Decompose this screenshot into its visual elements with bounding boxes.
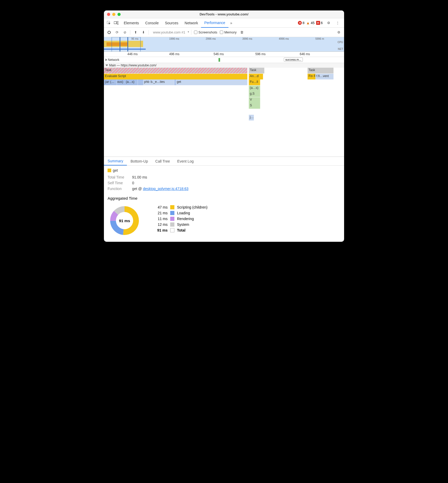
- flame-frame[interactable]: Task: [249, 68, 264, 73]
- legend-row: 47 msScripting (children): [155, 205, 208, 209]
- network-item[interactable]: success.m...: [284, 58, 303, 62]
- svg-rect-9: [127, 37, 128, 51]
- kebab-icon[interactable]: ⋮: [335, 20, 340, 26]
- flame-frame[interactable]: V: [249, 97, 260, 103]
- settings-icon[interactable]: ⚙: [336, 30, 341, 35]
- legend-row: 91 msTotal: [155, 228, 208, 232]
- collapse-icon[interactable]: [105, 65, 108, 66]
- network-track[interactable]: Network success.m...: [104, 57, 344, 63]
- flame-frame[interactable]: Task: [308, 68, 334, 73]
- more-tabs-icon[interactable]: »: [228, 20, 234, 26]
- svg-rect-6: [104, 49, 146, 50]
- svg-rect-2: [117, 21, 119, 24]
- total-time-value: 91.00 ms: [132, 175, 147, 179]
- legend-row: 11 msRendering: [155, 217, 208, 221]
- upload-icon[interactable]: ⬆: [133, 30, 138, 35]
- inspect-icon[interactable]: [106, 20, 112, 26]
- network-label: Network: [108, 58, 119, 62]
- minimize-icon[interactable]: [112, 13, 115, 16]
- detail-tab-summary[interactable]: Summary: [104, 157, 127, 165]
- tab-network[interactable]: Network: [181, 18, 201, 27]
- window-controls: [104, 13, 121, 16]
- download-icon[interactable]: ⬇: [141, 30, 146, 35]
- gear-icon[interactable]: ⚙: [326, 20, 332, 26]
- color-swatch: [108, 169, 111, 172]
- legend-row: 21 msLoading: [155, 211, 208, 215]
- flame-frame[interactable]: (a…s): [249, 85, 260, 91]
- svg-rect-8: [120, 37, 120, 51]
- maximize-icon[interactable]: [117, 13, 121, 16]
- flame-frame[interactable]: Evaluate Script: [104, 74, 247, 79]
- legend-row: 12 msSystem: [155, 222, 208, 227]
- flame-frame[interactable]: Task: [104, 68, 247, 73]
- flame-frame[interactable]: (…: [109, 79, 117, 85]
- svg-point-3: [108, 31, 110, 34]
- memory-checkbox[interactable]: Memory: [220, 30, 237, 34]
- warning-badge[interactable]: ▲45: [306, 21, 314, 25]
- flame-frame[interactable]: Fu…ll: [249, 79, 260, 85]
- flame-frame[interactable]: f.fi…vent: [315, 74, 334, 79]
- devtools-window: DevTools - www.youtube.com/ ElementsCons…: [104, 10, 344, 242]
- tab-console[interactable]: Console: [142, 18, 162, 27]
- flame-frame[interactable]: S: [249, 103, 260, 109]
- perf-toolbar: ⟳ ⊘ ⬆ ⬇ www.youtube.com #1 Screenshots M…: [104, 28, 344, 37]
- record-icon[interactable]: [107, 30, 112, 35]
- close-icon[interactable]: [107, 13, 110, 16]
- tab-sources[interactable]: Sources: [162, 18, 181, 27]
- function-name: get: [113, 168, 118, 172]
- expand-icon[interactable]: [105, 59, 107, 61]
- details-tabs: SummaryBottom-UpCall TreeEvent Log: [104, 157, 344, 166]
- tab-performance[interactable]: Performance: [201, 18, 228, 28]
- time-ruler[interactable]: 446 ms 496 ms 546 ms 596 ms 646 ms: [104, 52, 344, 57]
- donut-chart: 91 ms: [108, 204, 142, 238]
- titlebar: DevTools - www.youtube.com/: [104, 10, 344, 18]
- detail-tab-bottom-up[interactable]: Bottom-Up: [127, 157, 152, 165]
- gc-icon[interactable]: 🗑: [239, 30, 244, 35]
- blocked-badge[interactable]: ✕6: [316, 21, 323, 25]
- detail-tab-call-tree[interactable]: Call Tree: [152, 157, 174, 165]
- error-badge[interactable]: ✕8: [298, 21, 304, 25]
- flame-chart[interactable]: TaskEvaluate Script(anonymous)(…(a…s)(an…: [104, 68, 344, 157]
- detail-tab-event-log[interactable]: Event Log: [174, 157, 197, 165]
- flame-frame[interactable]: g.S: [249, 91, 260, 97]
- summary-section: get Total Time91.00 ms Self Time0 Functi…: [104, 166, 344, 195]
- flame-frame[interactable]: j…: [249, 115, 254, 120]
- panel-tabs: ElementsConsoleSourcesNetworkPerformance…: [104, 18, 344, 28]
- main-thread-header[interactable]: Main — https://www.youtube.com/: [104, 63, 344, 68]
- svg-rect-5: [107, 42, 127, 46]
- device-icon[interactable]: [113, 20, 119, 26]
- overview-minimap[interactable]: 96 ms 1996 ms 2996 ms 3996 ms 4996 ms 59…: [104, 37, 344, 52]
- flame-frame[interactable]: get: [176, 79, 247, 85]
- details-pane: SummaryBottom-UpCall TreeEvent Log get T…: [104, 157, 344, 242]
- tab-elements[interactable]: Elements: [121, 18, 142, 27]
- flame-frame[interactable]: b._e…ties: [150, 79, 174, 85]
- flame-frame[interactable]: (a…s): [125, 79, 138, 85]
- aggregated-section: Aggregated Time 91 ms 47 msScripting (ch…: [104, 195, 344, 242]
- legend: 47 msScripting (children)21 msLoading11 …: [155, 204, 208, 234]
- svg-rect-1: [114, 22, 117, 24]
- self-time-value: 0: [132, 181, 134, 185]
- target-select[interactable]: www.youtube.com #1: [151, 30, 191, 35]
- reload-icon[interactable]: ⟳: [114, 30, 120, 35]
- clear-icon[interactable]: ⊘: [122, 30, 127, 35]
- screenshots-checkbox[interactable]: Screenshots: [194, 30, 217, 34]
- window-title: DevTools - www.youtube.com/: [104, 12, 344, 16]
- flame-frame[interactable]: An…d: [249, 74, 263, 79]
- source-link[interactable]: desktop_polymer.js:4718:63: [143, 187, 188, 191]
